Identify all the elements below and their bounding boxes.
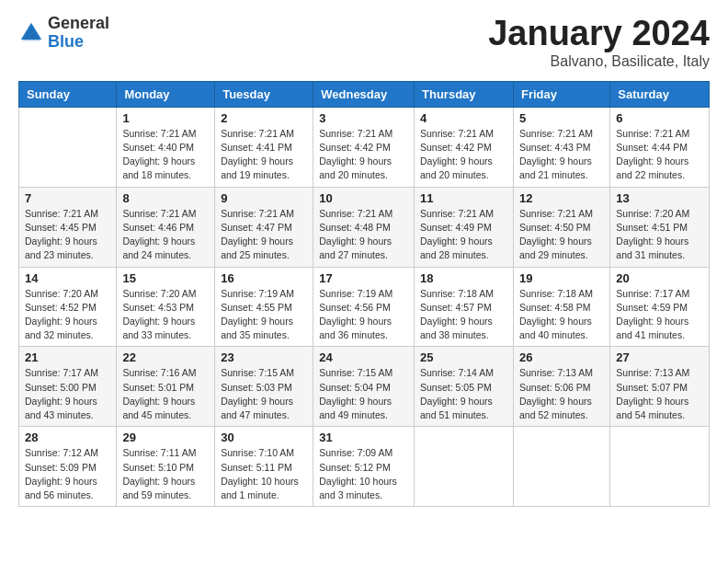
weekday-header-wednesday: Wednesday: [313, 81, 415, 107]
calendar-cell: 25Sunrise: 7:14 AMSunset: 5:05 PMDayligh…: [415, 347, 514, 427]
month-title: January 2024: [488, 15, 710, 53]
day-number: 8: [122, 191, 209, 205]
calendar-cell: 10Sunrise: 7:21 AMSunset: 4:48 PMDayligh…: [313, 187, 415, 267]
day-info: Sunrise: 7:20 AMSunset: 4:52 PMDaylight:…: [25, 287, 110, 343]
day-info: Sunrise: 7:17 AMSunset: 5:00 PMDaylight:…: [25, 366, 110, 422]
day-number: 12: [519, 191, 604, 205]
header: General Blue January 2024 Balvano, Basil…: [18, 15, 710, 70]
day-number: 26: [519, 350, 604, 364]
day-number: 25: [420, 350, 507, 364]
day-info: Sunrise: 7:18 AMSunset: 4:58 PMDaylight:…: [519, 287, 604, 343]
logo: General Blue: [18, 15, 109, 52]
weekday-header-monday: Monday: [117, 81, 215, 107]
day-number: 15: [122, 271, 209, 285]
day-info: Sunrise: 7:20 AMSunset: 4:53 PMDaylight:…: [122, 287, 209, 343]
day-info: Sunrise: 7:19 AMSunset: 4:55 PMDaylight:…: [221, 287, 307, 343]
weekday-header-saturday: Saturday: [610, 81, 710, 107]
day-number: 5: [519, 111, 604, 125]
day-info: Sunrise: 7:21 AMSunset: 4:40 PMDaylight:…: [122, 127, 209, 183]
day-info: Sunrise: 7:13 AMSunset: 5:07 PMDaylight:…: [616, 366, 703, 422]
day-number: 1: [122, 111, 209, 125]
calendar-cell: 18Sunrise: 7:18 AMSunset: 4:57 PMDayligh…: [415, 267, 514, 347]
day-info: Sunrise: 7:21 AMSunset: 4:43 PMDaylight:…: [519, 127, 604, 183]
day-number: 24: [319, 350, 408, 364]
calendar-cell: [513, 427, 609, 507]
calendar-cell: 19Sunrise: 7:18 AMSunset: 4:58 PMDayligh…: [513, 267, 609, 347]
day-info: Sunrise: 7:19 AMSunset: 4:56 PMDaylight:…: [319, 287, 408, 343]
calendar-cell: 16Sunrise: 7:19 AMSunset: 4:55 PMDayligh…: [215, 267, 313, 347]
day-info: Sunrise: 7:21 AMSunset: 4:47 PMDaylight:…: [221, 207, 307, 263]
calendar-cell: 6Sunrise: 7:21 AMSunset: 4:44 PMDaylight…: [610, 107, 710, 187]
day-number: 10: [319, 191, 408, 205]
calendar-body: 1Sunrise: 7:21 AMSunset: 4:40 PMDaylight…: [19, 107, 710, 506]
day-number: 3: [319, 111, 408, 125]
day-number: 31: [319, 431, 408, 444]
day-number: 29: [122, 431, 209, 444]
calendar-cell: 9Sunrise: 7:21 AMSunset: 4:47 PMDaylight…: [215, 187, 313, 267]
day-number: 21: [25, 350, 110, 364]
weekday-header-tuesday: Tuesday: [215, 81, 313, 107]
day-info: Sunrise: 7:09 AMSunset: 5:12 PMDaylight:…: [319, 446, 408, 502]
calendar-table: SundayMondayTuesdayWednesdayThursdayFrid…: [18, 81, 710, 507]
day-number: 2: [221, 111, 307, 125]
day-info: Sunrise: 7:15 AMSunset: 5:04 PMDaylight:…: [319, 366, 408, 422]
day-number: 27: [616, 350, 703, 364]
calendar-week-row: 21Sunrise: 7:17 AMSunset: 5:00 PMDayligh…: [19, 347, 710, 427]
logo-general-text: General: [48, 15, 109, 33]
calendar-week-row: 14Sunrise: 7:20 AMSunset: 4:52 PMDayligh…: [19, 267, 710, 347]
day-info: Sunrise: 7:21 AMSunset: 4:45 PMDaylight:…: [25, 207, 110, 263]
calendar-cell: 21Sunrise: 7:17 AMSunset: 5:00 PMDayligh…: [19, 347, 117, 427]
day-info: Sunrise: 7:21 AMSunset: 4:48 PMDaylight:…: [319, 207, 408, 263]
calendar-cell: 31Sunrise: 7:09 AMSunset: 5:12 PMDayligh…: [313, 427, 415, 507]
day-info: Sunrise: 7:21 AMSunset: 4:46 PMDaylight:…: [122, 207, 209, 263]
day-info: Sunrise: 7:21 AMSunset: 4:49 PMDaylight:…: [420, 207, 507, 263]
calendar-cell: [19, 107, 117, 187]
calendar-cell: 26Sunrise: 7:13 AMSunset: 5:06 PMDayligh…: [513, 347, 609, 427]
logo-blue-text: Blue: [48, 33, 109, 52]
day-number: 17: [319, 271, 408, 285]
day-number: 20: [616, 271, 703, 285]
day-number: 22: [122, 350, 209, 364]
calendar-cell: 3Sunrise: 7:21 AMSunset: 4:42 PMDaylight…: [313, 107, 415, 187]
day-info: Sunrise: 7:20 AMSunset: 4:51 PMDaylight:…: [616, 207, 703, 263]
day-number: 4: [420, 111, 507, 125]
calendar-cell: 7Sunrise: 7:21 AMSunset: 4:45 PMDaylight…: [19, 187, 117, 267]
day-info: Sunrise: 7:10 AMSunset: 5:11 PMDaylight:…: [221, 446, 307, 502]
day-number: 6: [616, 111, 703, 125]
calendar-cell: 29Sunrise: 7:11 AMSunset: 5:10 PMDayligh…: [117, 427, 215, 507]
calendar-cell: 28Sunrise: 7:12 AMSunset: 5:09 PMDayligh…: [19, 427, 117, 507]
day-info: Sunrise: 7:13 AMSunset: 5:06 PMDaylight:…: [519, 366, 604, 422]
weekday-header-friday: Friday: [513, 81, 609, 107]
calendar-week-row: 28Sunrise: 7:12 AMSunset: 5:09 PMDayligh…: [19, 427, 710, 507]
calendar-cell: 14Sunrise: 7:20 AMSunset: 4:52 PMDayligh…: [19, 267, 117, 347]
calendar-cell: 22Sunrise: 7:16 AMSunset: 5:01 PMDayligh…: [117, 347, 215, 427]
day-number: 30: [221, 431, 307, 444]
calendar-cell: 30Sunrise: 7:10 AMSunset: 5:11 PMDayligh…: [215, 427, 313, 507]
day-info: Sunrise: 7:18 AMSunset: 4:57 PMDaylight:…: [420, 287, 507, 343]
day-info: Sunrise: 7:15 AMSunset: 5:03 PMDaylight:…: [221, 366, 307, 422]
calendar-cell: [415, 427, 514, 507]
weekday-header-row: SundayMondayTuesdayWednesdayThursdayFrid…: [19, 81, 710, 107]
calendar-cell: 4Sunrise: 7:21 AMSunset: 4:42 PMDaylight…: [415, 107, 514, 187]
day-info: Sunrise: 7:12 AMSunset: 5:09 PMDaylight:…: [25, 446, 110, 502]
calendar-cell: 8Sunrise: 7:21 AMSunset: 4:46 PMDaylight…: [117, 187, 215, 267]
day-info: Sunrise: 7:16 AMSunset: 5:01 PMDaylight:…: [122, 366, 209, 422]
logo-icon: [18, 20, 44, 46]
day-number: 11: [420, 191, 507, 205]
day-number: 18: [420, 271, 507, 285]
calendar-cell: 27Sunrise: 7:13 AMSunset: 5:07 PMDayligh…: [610, 347, 710, 427]
weekday-header-thursday: Thursday: [415, 81, 514, 107]
calendar-cell: 12Sunrise: 7:21 AMSunset: 4:50 PMDayligh…: [513, 187, 609, 267]
calendar-cell: 2Sunrise: 7:21 AMSunset: 4:41 PMDaylight…: [215, 107, 313, 187]
calendar-cell: 13Sunrise: 7:20 AMSunset: 4:51 PMDayligh…: [610, 187, 710, 267]
day-number: 23: [221, 350, 307, 364]
calendar-header: SundayMondayTuesdayWednesdayThursdayFrid…: [19, 81, 710, 107]
calendar-cell: 15Sunrise: 7:20 AMSunset: 4:53 PMDayligh…: [117, 267, 215, 347]
calendar-cell: 17Sunrise: 7:19 AMSunset: 4:56 PMDayligh…: [313, 267, 415, 347]
calendar-cell: 1Sunrise: 7:21 AMSunset: 4:40 PMDaylight…: [117, 107, 215, 187]
day-info: Sunrise: 7:21 AMSunset: 4:42 PMDaylight:…: [420, 127, 507, 183]
calendar-cell: 11Sunrise: 7:21 AMSunset: 4:49 PMDayligh…: [415, 187, 514, 267]
day-info: Sunrise: 7:21 AMSunset: 4:44 PMDaylight:…: [616, 127, 703, 183]
day-number: 28: [25, 431, 110, 444]
title-area: January 2024 Balvano, Basilicate, Italy: [488, 15, 710, 70]
